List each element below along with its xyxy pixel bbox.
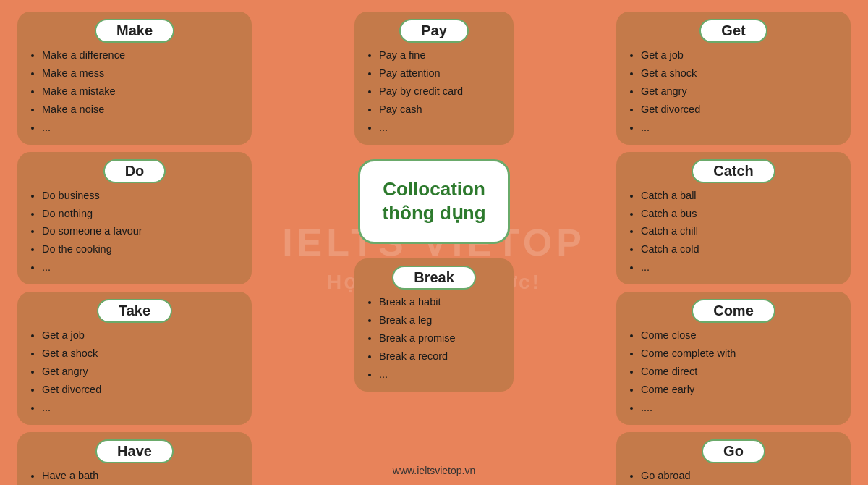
card-title-wrap-get: Get: [626, 19, 841, 43]
list-item: Get a shock: [641, 65, 841, 83]
card-do: DoDo businessDo nothingDo someone a favo…: [17, 152, 252, 285]
list-item: Come complete with: [641, 345, 841, 363]
list-item: Do business: [42, 187, 242, 205]
list-item: Get a job: [641, 47, 841, 64]
card-title-wrap-catch: Catch: [626, 159, 841, 183]
list-item: Get divorced: [42, 381, 242, 399]
list-item: Pay attention: [379, 65, 503, 83]
card-list-pay: Pay a finePay attentionPay by credit car…: [365, 47, 503, 137]
card-title-come: Come: [692, 299, 775, 323]
collocation-title: Collocation thông dụng: [382, 177, 485, 227]
list-item: Do the cooking: [42, 241, 242, 258]
list-item: Pay a fine: [379, 47, 503, 64]
collocation-center-card: Collocation thông dụng: [358, 159, 509, 245]
list-item: Come direct: [641, 363, 841, 381]
list-item: Get angry: [42, 363, 242, 381]
card-title-wrap-have: Have: [27, 439, 242, 463]
list-item: ...: [641, 259, 841, 277]
list-item: ....: [641, 400, 841, 417]
list-item: Get a shock: [42, 345, 242, 363]
card-list-catch: Catch a ballCatch a busCatch a chillCatc…: [626, 187, 841, 277]
list-item: Catch a chill: [641, 223, 841, 240]
list-item: Break a habit: [379, 294, 503, 311]
center-column: PayPay a finePay attentionPay by credit …: [258, 9, 610, 485]
list-item: Break a record: [379, 348, 503, 366]
list-item: Do nothing: [42, 206, 242, 223]
list-item: ...: [379, 366, 503, 384]
list-item: Get a job: [42, 327, 242, 345]
list-item: Have a bath: [42, 468, 242, 485]
right-column: GetGet a jobGet a shockGet angryGet divo…: [610, 9, 856, 485]
card-pay: PayPay a finePay attentionPay by credit …: [354, 12, 514, 145]
list-item: Go abroad: [641, 468, 841, 485]
card-title-wrap-go: Go: [626, 439, 841, 463]
list-item: Pay by credit card: [379, 83, 503, 101]
list-item: ...: [641, 119, 841, 137]
list-item: ...: [42, 400, 242, 417]
main-grid: MakeMake a differenceMake a messMake a m…: [0, 0, 868, 456]
card-catch: CatchCatch a ballCatch a busCatch a chil…: [616, 152, 851, 285]
card-have: HaveHave a bathHave a drinkHave a good t…: [17, 432, 252, 485]
card-list-take: Get a jobGet a shockGet angryGet divorce…: [27, 327, 242, 417]
card-make: MakeMake a differenceMake a messMake a m…: [17, 12, 252, 145]
list-item: Make a mistake: [42, 83, 242, 101]
list-item: Get divorced: [641, 101, 841, 119]
card-title-pay: Pay: [399, 19, 469, 43]
card-come: ComeCome closeCome complete withCome dir…: [616, 292, 851, 425]
card-list-make: Make a differenceMake a messMake a mista…: [27, 47, 242, 137]
card-list-have: Have a bathHave a drinkHave a good timeH…: [27, 468, 242, 485]
list-item: Do someone a favour: [42, 223, 242, 240]
card-break: BreakBreak a habitBreak a legBreak a pro…: [354, 258, 514, 392]
card-title-wrap-break: Break: [365, 266, 503, 290]
website-url: www.ieltsvietop.vn: [393, 462, 475, 479]
list-item: Make a noise: [42, 101, 242, 119]
card-title-wrap-do: Do: [27, 159, 242, 183]
list-item: Get angry: [641, 83, 841, 101]
card-go: GoGo abroadGo astrayGo badGo bald...: [616, 432, 851, 485]
list-item: Come close: [641, 327, 841, 345]
card-title-have: Have: [95, 439, 174, 463]
list-item: Break a leg: [379, 312, 503, 329]
card-title-catch: Catch: [692, 159, 775, 183]
list-item: Break a promise: [379, 330, 503, 347]
left-column: MakeMake a differenceMake a messMake a m…: [12, 9, 258, 485]
card-list-break: Break a habitBreak a legBreak a promiseB…: [365, 294, 503, 384]
card-list-go: Go abroadGo astrayGo badGo bald...: [626, 468, 841, 485]
list-item: ...: [42, 119, 242, 137]
card-list-get: Get a jobGet a shockGet angryGet divorce…: [626, 47, 841, 137]
card-title-wrap-come: Come: [626, 299, 841, 323]
list-item: Make a difference: [42, 47, 242, 64]
card-title-break: Break: [392, 266, 476, 290]
list-item: Catch a cold: [641, 241, 841, 258]
card-title-wrap-make: Make: [27, 19, 242, 43]
card-title-make: Make: [95, 19, 174, 43]
card-title-wrap-pay: Pay: [365, 19, 503, 43]
card-take: TakeGet a jobGet a shockGet angryGet div…: [17, 292, 252, 425]
card-title-go: Go: [702, 439, 765, 463]
card-get: GetGet a jobGet a shockGet angryGet divo…: [616, 12, 851, 145]
card-title-do: Do: [103, 159, 166, 183]
card-list-do: Do businessDo nothingDo someone a favour…: [27, 187, 242, 277]
card-title-take: Take: [97, 299, 172, 323]
card-title-get: Get: [699, 19, 767, 43]
list-item: Catch a ball: [641, 187, 841, 205]
card-list-come: Come closeCome complete withCome directC…: [626, 327, 841, 417]
list-item: ...: [42, 259, 242, 277]
card-title-wrap-take: Take: [27, 299, 242, 323]
list-item: Make a mess: [42, 65, 242, 83]
list-item: Pay cash: [379, 101, 503, 119]
list-item: Catch a bus: [641, 206, 841, 223]
list-item: ...: [379, 119, 503, 137]
list-item: Come early: [641, 381, 841, 399]
